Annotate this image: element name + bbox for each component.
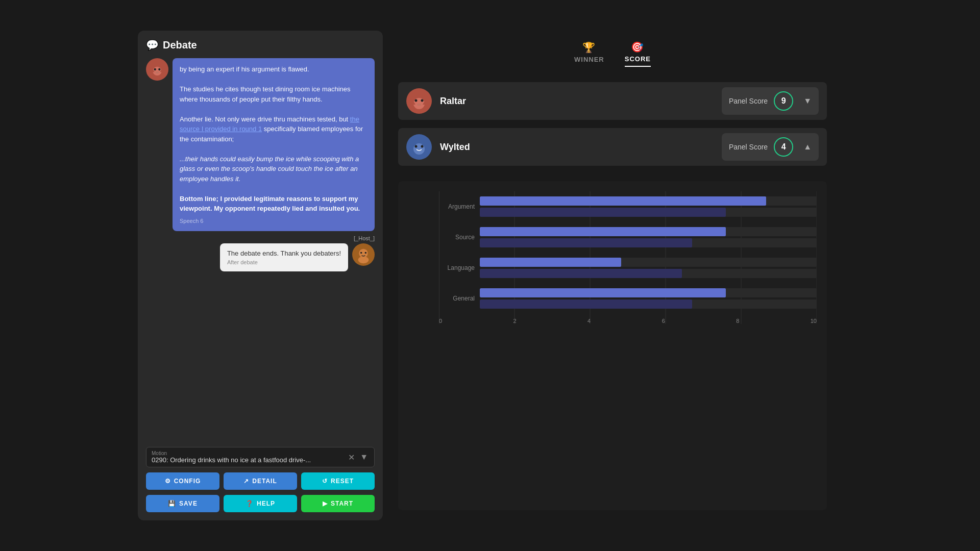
svg-point-1 — [153, 67, 161, 76]
host-after-label: After debate — [227, 259, 341, 265]
host-chat-row: The debate ends. Thank you debaters! Aft… — [220, 243, 375, 271]
chart-bars-source — [480, 227, 817, 247]
svg-point-23 — [415, 145, 418, 148]
speech-row-raltar: by being an expert if his argument is fl… — [146, 58, 375, 231]
motion-bar-inner: Motion 0290: Ordering drinks with no ice… — [152, 450, 347, 464]
svg-point-18 — [417, 104, 421, 106]
save-button[interactable]: 💾 SAVE — [146, 495, 219, 512]
score-row-raltar: Raltar Panel Score 9 ▼ — [398, 82, 827, 120]
svg-point-17 — [421, 99, 424, 102]
chart-label-source: Source — [439, 234, 475, 241]
score-avatar-raltar — [406, 88, 432, 114]
motion-text: 0290: Ordering drinks with no ice at a f… — [152, 456, 347, 464]
wylted-expand-icon[interactable]: ▲ — [803, 142, 812, 152]
save-icon: 💾 — [168, 500, 176, 507]
bar-raltar-general — [480, 288, 726, 297]
raltar-score-circle: 9 — [774, 91, 793, 111]
chat-area: by being an expert if his argument is fl… — [146, 58, 375, 442]
chart-label-language: Language — [439, 264, 475, 271]
x-tick-0: 0 — [439, 318, 442, 324]
x-tick-3: 6 — [662, 318, 665, 324]
speech-label: Speech 6 — [180, 217, 368, 226]
svg-point-4 — [154, 68, 156, 70]
start-button[interactable]: ▶ START — [301, 495, 375, 512]
bar-wrap-wylted-general — [480, 299, 817, 309]
chart-container: Argument Source Language — [398, 181, 827, 510]
bar-wrap-raltar-argument — [480, 196, 817, 206]
clear-motion-button[interactable]: ✕ — [347, 452, 356, 463]
button-row-bottom: 💾 SAVE ❓ HELP ▶ START — [146, 495, 375, 512]
host-message-text: The debate ends. Thank you debaters! — [227, 249, 341, 257]
help-button[interactable]: ❓ HELP — [224, 495, 297, 512]
raltar-name: Raltar — [440, 96, 722, 107]
chart-row-argument: Argument — [439, 196, 817, 217]
x-tick-5: 10 — [811, 318, 817, 324]
svg-point-24 — [421, 145, 424, 148]
button-row-top: ⚙ CONFIG ↗ DETAIL ↺ RESET — [146, 472, 375, 490]
motion-label: Motion — [152, 450, 347, 456]
host-label: [_Host_] — [354, 235, 375, 241]
bar-raltar-language — [480, 258, 621, 267]
svg-point-5 — [158, 68, 160, 70]
speech-text-1: by being an expert if his argument is fl… — [180, 65, 309, 73]
tab-score-label: SCORE — [625, 55, 651, 63]
x-tick-4: 8 — [736, 318, 739, 324]
bar-wrap-raltar-source — [480, 227, 817, 236]
chart-row-general: General — [439, 288, 817, 309]
tab-bar: 🏆 WINNER 🎯 SCORE — [398, 41, 827, 67]
right-panel: 🏆 WINNER 🎯 SCORE — [383, 31, 842, 520]
config-icon: ⚙ — [165, 478, 171, 485]
raltar-panel-score-label: Panel Score — [729, 97, 768, 105]
speech-bubble-raltar: by being an expert if his argument is fl… — [173, 58, 375, 231]
speech-conclusion: Bottom line; I provided legitimate reaso… — [180, 195, 360, 213]
wylted-score-circle: 4 — [774, 137, 793, 157]
chart-bars-general — [480, 288, 817, 309]
help-icon: ❓ — [246, 500, 254, 507]
detail-icon: ↗ — [243, 478, 249, 485]
host-message-block: [_Host_] The debate ends. Thank you deba… — [146, 235, 375, 271]
bar-wrap-wylted-source — [480, 238, 817, 247]
host-bubble: The debate ends. Thank you debaters! Aft… — [220, 243, 348, 271]
config-button[interactable]: ⚙ CONFIG — [146, 472, 219, 490]
chart-label-general: General — [439, 295, 475, 302]
detail-button[interactable]: ↗ DETAIL — [224, 472, 297, 490]
bar-wrap-raltar-general — [480, 288, 817, 297]
wylted-name: Wylted — [440, 142, 722, 153]
score-avatar-wylted — [406, 134, 432, 160]
bar-wylted-language — [480, 269, 682, 278]
reset-icon: ↺ — [322, 478, 328, 485]
svg-point-16 — [415, 99, 418, 102]
x-tick-2: 4 — [587, 318, 591, 324]
bar-raltar-source — [480, 227, 726, 236]
tab-winner-label: WINNER — [574, 56, 604, 63]
wylted-score-box: Panel Score 4 ▲ — [722, 133, 819, 161]
panel-title-text: Debate — [163, 39, 197, 51]
expand-motion-button[interactable]: ▼ — [359, 452, 369, 463]
scores-section: Raltar Panel Score 9 ▼ — [398, 82, 827, 166]
speech-quote: ...their hands could easily bump the ice… — [180, 155, 359, 183]
svg-point-9 — [358, 256, 369, 263]
left-panel: 💬 Debate — [138, 31, 383, 520]
tab-score[interactable]: 🎯 SCORE — [625, 41, 651, 67]
avatar-raltar — [146, 58, 168, 81]
avatar-host — [352, 243, 375, 266]
bar-wylted-source — [480, 238, 692, 247]
raltar-score-box: Panel Score 9 ▼ — [722, 87, 819, 115]
start-icon: ▶ — [323, 500, 328, 507]
motion-bar: Motion 0290: Ordering drinks with no ice… — [146, 447, 375, 467]
tab-winner[interactable]: 🏆 WINNER — [574, 41, 604, 66]
reset-button[interactable]: ↺ RESET — [301, 472, 375, 490]
chart-row-source: Source — [439, 227, 817, 247]
wylted-panel-score-label: Panel Score — [729, 143, 768, 151]
svg-point-11 — [365, 252, 366, 254]
chart-row-language: Language — [439, 258, 817, 278]
bar-wylted-general — [480, 299, 692, 309]
score-icon: 🎯 — [631, 41, 644, 53]
chart-bars-argument — [480, 196, 817, 217]
svg-point-10 — [360, 252, 362, 254]
score-row-wylted: Wylted Panel Score 4 ▲ — [398, 128, 827, 166]
chat-icon: 💬 — [146, 39, 159, 51]
svg-point-6 — [156, 71, 159, 73]
raltar-expand-icon[interactable]: ▼ — [803, 96, 812, 106]
bar-wrap-wylted-argument — [480, 208, 817, 217]
